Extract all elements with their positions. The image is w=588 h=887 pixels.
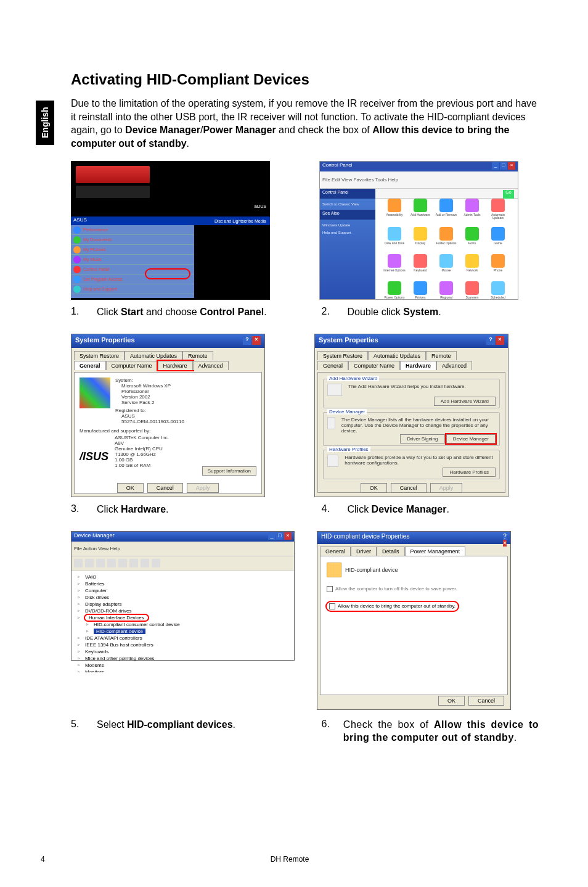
device-manager-button[interactable]: Device Manager: [446, 434, 496, 444]
ok-button[interactable]: OK: [438, 696, 465, 706]
tree-item[interactable]: Human Interface Devices: [76, 614, 289, 621]
tab-advanced[interactable]: Advanced: [436, 361, 472, 370]
tree-item[interactable]: IDE ATA/ATAPI controllers: [76, 635, 289, 642]
cp-icon[interactable]: Scheduled: [486, 278, 510, 300]
cp-icon[interactable]: Regional: [434, 278, 459, 300]
help-icon[interactable]: ?: [503, 533, 507, 540]
minimize-icon[interactable]: _: [268, 532, 276, 540]
tab-remote[interactable]: Remote: [182, 351, 213, 360]
tree-item[interactable]: Display adapters: [76, 601, 289, 608]
cp-icon[interactable]: Game: [486, 224, 510, 249]
cancel-button[interactable]: Cancel: [147, 483, 183, 493]
tree-item[interactable]: DVD/CD-ROM drives: [76, 608, 289, 614]
cp-icon[interactable]: Fonts: [460, 224, 484, 249]
close-icon[interactable]: ×: [252, 336, 261, 345]
tab-computer-name[interactable]: Computer Name: [348, 361, 400, 370]
cp-icon[interactable]: Mouse: [434, 251, 459, 276]
cp-icon[interactable]: Accessibility: [382, 195, 407, 220]
maximize-icon[interactable]: □: [276, 532, 284, 540]
close-icon[interactable]: ×: [508, 162, 515, 170]
help-icon[interactable]: ?: [243, 336, 251, 345]
cp-icon[interactable]: Folder Options: [434, 224, 459, 249]
tab-system-restore[interactable]: System Restore: [74, 351, 125, 360]
close-icon[interactable]: ×: [503, 540, 507, 547]
side-link[interactable]: Switch to Classic View: [320, 202, 375, 210]
tb-icon[interactable]: [129, 559, 138, 567]
driver-signing-button[interactable]: Driver Signing: [400, 434, 444, 444]
cp-icon[interactable]: Printers: [408, 278, 433, 300]
tree-item[interactable]: Mice and other pointing devices: [76, 655, 289, 662]
cancel-button[interactable]: Cancel: [391, 483, 427, 493]
tab-general[interactable]: General: [320, 547, 351, 556]
close-icon[interactable]: ×: [496, 336, 504, 345]
tab-auto-updates[interactable]: Automatic Updates: [125, 351, 182, 360]
cp-icon[interactable]: Network: [460, 251, 484, 276]
tree-item[interactable]: IEEE 1394 Bus host controllers: [76, 642, 289, 648]
value: Service Pack 2: [121, 400, 256, 405]
side-link[interactable]: Windows Update: [320, 223, 375, 231]
tree-item[interactable]: Monitors: [76, 669, 289, 672]
cp-icon[interactable]: Internet Options: [382, 251, 407, 276]
tab-advanced[interactable]: Advanced: [193, 361, 229, 370]
decor-box: [76, 186, 150, 198]
tb-icon[interactable]: [85, 559, 94, 567]
cp-icon[interactable]: Add Hardware: [408, 195, 433, 220]
tree-item[interactable]: HID-compliant device: [76, 628, 289, 635]
tree-item[interactable]: Computer: [76, 587, 289, 594]
tb-icon[interactable]: [118, 559, 127, 567]
maximize-icon[interactable]: □: [500, 162, 507, 170]
tb-icon[interactable]: [96, 559, 105, 567]
tb-icon[interactable]: [152, 559, 160, 567]
cp-icon[interactable]: Power Options: [382, 278, 407, 300]
tab-details[interactable]: Details: [377, 547, 405, 556]
tab-remote[interactable]: Remote: [426, 351, 457, 360]
cp-icon[interactable]: Add or Remove: [434, 195, 459, 220]
tb-icon[interactable]: [107, 559, 116, 567]
cp-icon[interactable]: Date and Time: [382, 224, 407, 249]
tab-power-management[interactable]: Power Management: [405, 547, 466, 556]
tree-item[interactable]: Keyboards: [76, 648, 289, 655]
tab-auto-updates[interactable]: Automatic Updates: [368, 351, 426, 360]
tree-item[interactable]: Modems: [76, 662, 289, 669]
checkbox[interactable]: [329, 603, 335, 609]
tab-general[interactable]: General: [317, 361, 348, 370]
cp-icon[interactable]: Scanners: [460, 278, 484, 300]
cp-icon[interactable]: Phone: [486, 251, 510, 276]
cp-icon[interactable]: Keyboard: [408, 251, 433, 276]
tab-hardware[interactable]: Hardware: [400, 361, 436, 370]
ok-button[interactable]: OK: [117, 483, 144, 493]
cp-icon[interactable]: Display: [408, 224, 433, 249]
tab-hardware[interactable]: Hardware: [158, 361, 193, 370]
hardware-profiles-button[interactable]: Hardware Profiles: [443, 468, 496, 477]
help-icon[interactable]: ?: [486, 336, 495, 345]
dialog-buttons: OK Cancel Apply: [71, 483, 264, 493]
close-icon[interactable]: ×: [284, 532, 292, 540]
cp-icon-label: Keyboard: [414, 269, 427, 272]
add-hardware-button[interactable]: Add Hardware Wizard: [434, 397, 496, 406]
support-info-button[interactable]: Support Information: [202, 466, 256, 476]
label: System:: [115, 377, 256, 383]
tab-computer-name[interactable]: Computer Name: [106, 361, 158, 370]
minimize-icon[interactable]: _: [492, 162, 499, 170]
apply-button[interactable]: Apply: [187, 483, 219, 493]
cp-icon-label: Fonts: [468, 242, 476, 245]
tree-item[interactable]: Batteries: [76, 580, 289, 587]
value: ASUS: [121, 413, 256, 419]
apply-button[interactable]: Apply: [430, 483, 463, 493]
tab-system-restore[interactable]: System Restore: [317, 351, 368, 360]
tab-driver[interactable]: Driver: [351, 547, 377, 556]
tree-item[interactable]: HID-compliant consumer control device: [76, 621, 289, 628]
cp-icon[interactable]: Admin Tools: [460, 195, 484, 220]
checkbox[interactable]: [327, 586, 333, 592]
tree-item[interactable]: VAIO: [76, 574, 289, 580]
side-link[interactable]: Help and Support: [320, 231, 375, 238]
cp-icon[interactable]: Automatic Updates: [486, 197, 510, 221]
tree-item[interactable]: Disk drives: [76, 594, 289, 601]
ok-button[interactable]: OK: [361, 483, 387, 493]
tab-general[interactable]: General: [74, 361, 106, 370]
checkbox-label: Allow this device to bring the computer …: [338, 603, 455, 609]
cancel-button[interactable]: Cancel: [468, 696, 504, 706]
intro-bold-2: Power Manager: [203, 125, 276, 135]
tb-icon[interactable]: [141, 559, 149, 567]
tb-icon[interactable]: [74, 559, 83, 567]
